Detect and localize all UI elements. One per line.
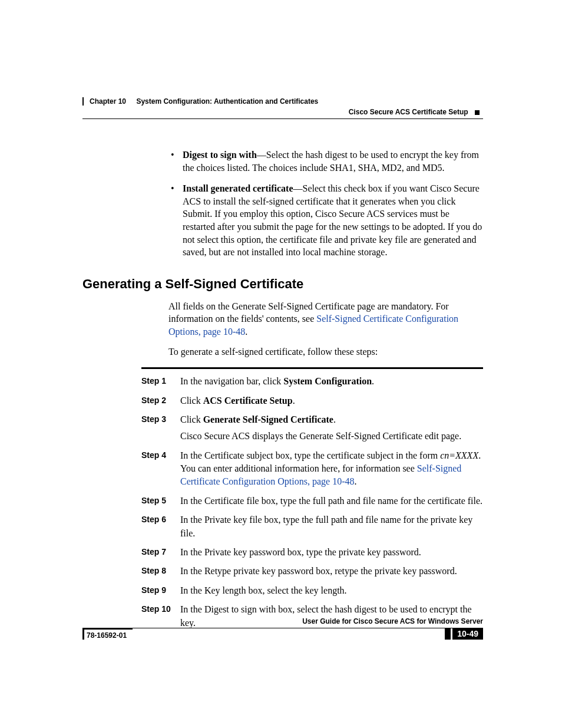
step-text: . <box>333 414 336 424</box>
step-text: . <box>372 376 374 386</box>
step-text: In the Key length box, select the key le… <box>180 585 347 595</box>
step-row: Step 7In the Private key password box, t… <box>141 546 483 559</box>
bullet-item: Install generated certificate—Select thi… <box>168 182 483 259</box>
step-label: Step 2 <box>141 394 180 407</box>
footer-title: User Guide for Cisco Secure ACS for Wind… <box>82 617 483 625</box>
step-text: In the navigation bar, click <box>180 376 283 386</box>
step-body: Click Generate Self-Signed Certificate.C… <box>180 413 483 443</box>
step-body: In the Private key password box, type th… <box>180 546 483 559</box>
step-row: Step 5In the Certificate file box, type … <box>141 495 483 508</box>
step-text: . <box>293 396 295 406</box>
step-row: Step 3Click Generate Self-Signed Certifi… <box>141 413 483 443</box>
bullet-text: —Select this check box if you want Cisco… <box>183 183 482 257</box>
step-body: Click ACS Certificate Setup. <box>180 394 483 407</box>
doc-id: 78-16592-01 <box>82 628 133 640</box>
step-body: In the Certificate file box, type the fu… <box>180 495 483 508</box>
header-rule <box>82 118 483 119</box>
step-text: In the Private key password box, type th… <box>180 547 421 557</box>
section-heading: Generating a Self-Signed Certificate <box>82 276 483 292</box>
page-number: 10-49 <box>452 628 483 640</box>
step-text: In the Private key file box, type the fu… <box>180 515 472 538</box>
step-label: Step 5 <box>141 495 180 508</box>
running-header: Chapter 10 System Configuration: Authent… <box>82 97 483 119</box>
step-body: In the navigation bar, click System Conf… <box>180 375 483 388</box>
step-label: Step 9 <box>141 584 180 597</box>
steps-rule <box>141 367 483 369</box>
step-text: ACS Certificate Setup <box>203 396 293 406</box>
step-label: Step 3 <box>141 413 180 443</box>
header-section-title: Cisco Secure ACS Certificate Setup <box>349 108 468 116</box>
step-label: Step 4 <box>141 449 180 489</box>
chapter-label: Chapter 10 <box>90 97 134 106</box>
step-row: Step 1In the navigation bar, click Syste… <box>141 375 483 388</box>
bullet-term: Install generated certificate <box>183 183 293 193</box>
step-row: Step 8In the Retype private key password… <box>141 565 483 578</box>
step-text: System Configuration <box>283 376 372 386</box>
step-text: In the Certificate file box, type the fu… <box>180 496 482 506</box>
step-row: Step 6In the Private key file box, type … <box>141 513 483 540</box>
header-square-icon <box>475 110 480 115</box>
intro-paragraph-2: To generate a self-signed certificate, f… <box>168 345 483 358</box>
step-body: In the Retype private key password box, … <box>180 565 483 578</box>
step-body: In the Certificate subject box, type the… <box>180 449 483 489</box>
step-label: Step 6 <box>141 513 180 540</box>
page-footer: User Guide for Cisco Secure ACS for Wind… <box>82 617 483 640</box>
step-subtext: Cisco Secure ACS displays the Generate S… <box>180 430 483 443</box>
step-text: Generate Self-Signed Certificate <box>203 414 333 424</box>
step-text: cn=XXXX <box>440 450 478 460</box>
step-row: Step 9In the Key length box, select the … <box>141 584 483 597</box>
step-text: In the Retype private key password box, … <box>180 566 457 576</box>
step-text: Click <box>180 396 203 406</box>
step-text: Click <box>180 414 203 424</box>
page-number-box: 10-49 <box>445 628 483 640</box>
step-label: Step 8 <box>141 565 180 578</box>
intro-post: . <box>245 327 247 337</box>
steps-list: Step 1In the navigation bar, click Syste… <box>141 375 483 630</box>
step-label: Step 1 <box>141 375 180 388</box>
page-square-icon <box>445 628 451 640</box>
bullet-term: Digest to sign with <box>183 150 257 160</box>
step-text: . <box>354 476 356 486</box>
bullet-item: Digest to sign with—Select the hash dige… <box>168 149 483 174</box>
step-row: Step 4In the Certificate subject box, ty… <box>141 449 483 489</box>
step-body: In the Private key file box, type the fu… <box>180 513 483 540</box>
step-text: In the Certificate subject box, type the… <box>180 450 440 460</box>
bullet-list: Digest to sign with—Select the hash dige… <box>168 149 483 259</box>
step-row: Step 2Click ACS Certificate Setup. <box>141 394 483 407</box>
step-label: Step 7 <box>141 546 180 559</box>
chapter-title: System Configuration: Authentication and… <box>136 97 318 106</box>
step-body: In the Key length box, select the key le… <box>180 584 483 597</box>
intro-paragraph: All fields on the Generate Self-Signed C… <box>168 300 483 338</box>
